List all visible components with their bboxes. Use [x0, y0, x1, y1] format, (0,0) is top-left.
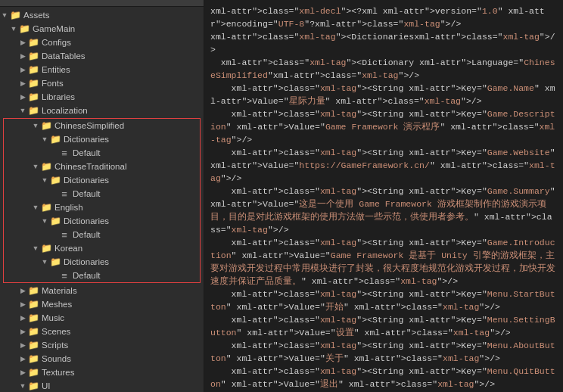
tree-label: Libraries: [42, 92, 75, 101]
tree-item-gamemain[interactable]: ▼📁GameMain: [0, 22, 204, 36]
tree-item-chinesetraditional[interactable]: ▼📁ChineseTraditional: [4, 160, 200, 173]
tree-arrow[interactable]: ▼: [31, 244, 40, 252]
tree-arrow[interactable]: ▼: [40, 176, 49, 184]
tree-arrow[interactable]: ▼: [0, 11, 9, 19]
tree-arrow[interactable]: ▼: [18, 382, 27, 390]
tree-arrow[interactable]: ▶: [18, 314, 27, 322]
folder-icon: 📁: [27, 285, 39, 297]
tree-label: GameMain: [33, 24, 75, 33]
folder-icon: 📁: [27, 36, 39, 48]
tree-item-localization[interactable]: ▼📁Localization: [0, 104, 204, 117]
tree-item-assets[interactable]: ▼📁Assets: [0, 8, 204, 22]
tree-label: Sounds: [42, 354, 71, 363]
folder-icon: 📁: [27, 91, 39, 103]
tree-item-dict1[interactable]: ▼📁Dictionaries: [4, 132, 200, 146]
tree-arrow[interactable]: ▼: [31, 122, 40, 129]
xml-editor[interactable]: xml-attr">class="xml-decl"><?xml xml-att…: [204, 0, 563, 392]
tree-label: Korean: [54, 244, 82, 253]
tree-label: Music: [42, 313, 64, 322]
tree-item-dict3[interactable]: ▼📁Dictionaries: [4, 214, 200, 228]
tree-label: Dictionaries: [64, 257, 109, 266]
tree-item-default4[interactable]: ≡Default: [4, 269, 200, 282]
tree-arrow[interactable]: ▶: [18, 52, 27, 60]
folder-icon: 📁: [27, 353, 39, 365]
xml-line: xml-attr">class="xml-tag"><String xml-at…: [210, 107, 557, 146]
tree-arrow[interactable]: ▶: [18, 341, 27, 349]
folder-icon: 📁: [49, 256, 61, 268]
folder-icon: 📁: [27, 325, 39, 338]
tree-arrow[interactable]: ▼: [9, 25, 18, 33]
tree-arrow[interactable]: ▶: [18, 328, 27, 335]
tree-label: Entities: [42, 65, 70, 74]
tree-label: Configs: [42, 38, 71, 47]
tree-item-scripts[interactable]: ▶📁Scripts: [0, 338, 204, 352]
tree-arrow[interactable]: ▼: [31, 204, 40, 211]
folder-icon: 📁: [27, 298, 39, 310]
xml-line: xml-attr">class="xml-tag"><Dictionary xm…: [210, 56, 557, 82]
tree-item-meshes[interactable]: ▶📁Meshes: [0, 297, 204, 311]
tree-item-default1[interactable]: ≡Default: [4, 146, 200, 160]
tree-arrow[interactable]: ▼: [31, 163, 40, 170]
tree-arrow[interactable]: ▶: [18, 66, 27, 73]
tree-item-fonts[interactable]: ▶📁Fonts: [0, 76, 204, 90]
xml-line: xml-attr">class="xml-tag"><String xml-at…: [210, 313, 557, 339]
tree-arrow[interactable]: ▼: [40, 217, 49, 225]
tree-arrow[interactable]: ▶: [18, 287, 27, 294]
tree-label: Dictionaries: [64, 135, 109, 144]
left-panel: ▼📁Assets▼📁GameMain▶📁Configs▶📁DataTables▶…: [0, 0, 204, 392]
tree-arrow[interactable]: ▼: [18, 107, 27, 114]
tree-item-korean[interactable]: ▼📁Korean: [4, 241, 200, 255]
tree-label: Textures: [42, 368, 74, 377]
tree-label: Default: [73, 189, 100, 198]
tree-label: Default: [73, 148, 100, 157]
folder-icon: 📁: [40, 160, 52, 173]
panel-header: [0, 0, 204, 7]
tree-item-dict2[interactable]: ▼📁Dictionaries: [4, 173, 200, 187]
tree-item-dict4[interactable]: ▼📁Dictionaries: [4, 255, 200, 269]
tree-item-ui[interactable]: ▼📁UI: [0, 379, 204, 392]
xml-line: xml-attr">class="xml-tag"><String xml-at…: [210, 288, 557, 313]
tree-arrow[interactable]: ▶: [18, 369, 27, 376]
tree-item-scenes[interactable]: ▶📁Scenes: [0, 325, 204, 338]
folder-icon: 📁: [27, 64, 39, 76]
tree-label: ChineseSimplified: [54, 121, 124, 130]
folder-icon: 📁: [27, 366, 39, 378]
file-icon: ≡: [58, 269, 70, 282]
tree-label: Assets: [23, 11, 50, 20]
tree-item-sounds[interactable]: ▶📁Sounds: [0, 352, 204, 366]
tree-item-configs[interactable]: ▶📁Configs: [0, 36, 204, 49]
xml-line: xml-attr">class="xml-tag"><Dictionariesx…: [210, 30, 557, 56]
xml-line: xml-attr">class="xml-tag"><String xml-at…: [210, 146, 557, 185]
tree-container[interactable]: ▼📁Assets▼📁GameMain▶📁Configs▶📁DataTables▶…: [0, 7, 204, 392]
tree-item-libraries[interactable]: ▶📁Libraries: [0, 90, 204, 104]
tree-label: ChineseTraditional: [54, 162, 126, 171]
tree-item-default2[interactable]: ≡Default: [4, 187, 200, 201]
xml-line: xml-attr">class="xml-tag"><String xml-at…: [210, 339, 557, 365]
folder-icon: 📁: [40, 120, 52, 132]
tree-label: Dictionaries: [64, 216, 109, 226]
folder-icon: 📁: [27, 104, 39, 117]
xml-line: xml-attr">class="xml-tag"><String xml-at…: [210, 82, 557, 107]
tree-arrow[interactable]: ▼: [40, 258, 49, 266]
tree-item-datatables[interactable]: ▶📁DataTables: [0, 49, 204, 63]
folder-icon: 📁: [27, 50, 39, 62]
file-icon: ≡: [58, 229, 70, 241]
tree-arrow[interactable]: ▶: [18, 93, 27, 101]
folder-icon: 📁: [40, 201, 52, 213]
tree-item-materials[interactable]: ▶📁Materials: [0, 284, 204, 297]
tree-arrow[interactable]: ▶: [18, 39, 27, 46]
tree-item-textures[interactable]: ▶📁Textures: [0, 366, 204, 379]
tree-item-english[interactable]: ▼📁English: [4, 201, 200, 214]
tree-label: DataTables: [42, 51, 86, 61]
folder-icon: 📁: [49, 174, 61, 186]
tree-item-chinesesimplified[interactable]: ▼📁ChineseSimplified: [4, 119, 200, 132]
tree-arrow[interactable]: ▶: [18, 79, 27, 87]
xml-line: xml-attr">class="xml-decl"><?xml xml-att…: [210, 5, 557, 30]
tree-arrow[interactable]: ▶: [18, 355, 27, 362]
tree-arrow[interactable]: ▶: [18, 300, 27, 308]
tree-item-music[interactable]: ▶📁Music: [0, 311, 204, 325]
tree-item-entities[interactable]: ▶📁Entities: [0, 63, 204, 76]
tree-item-default3[interactable]: ≡Default: [4, 228, 200, 241]
tree-label: Scenes: [42, 327, 70, 336]
tree-arrow[interactable]: ▼: [40, 135, 49, 143]
